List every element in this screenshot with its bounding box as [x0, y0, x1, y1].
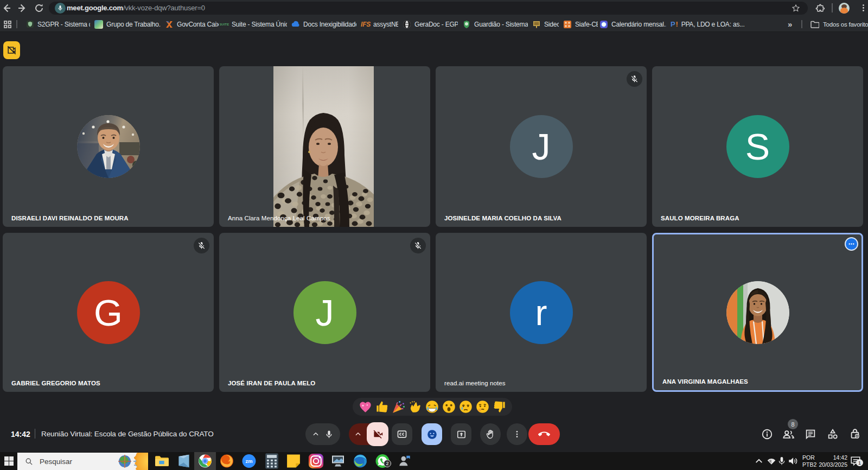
- svg-text:zm: zm: [246, 459, 253, 464]
